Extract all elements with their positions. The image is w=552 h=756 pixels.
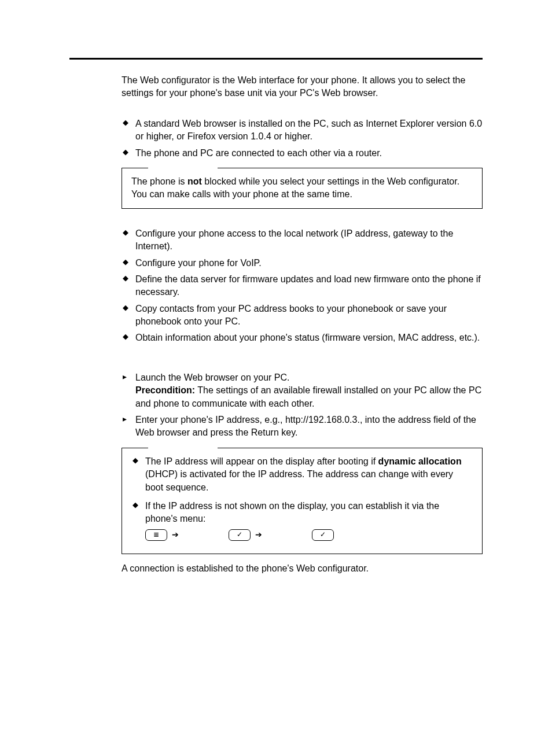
list-item: Configure your phone for VoIP. xyxy=(122,257,483,270)
menu-key-icon: ≣ xyxy=(145,529,167,541)
prerequisites-list: A standard Web browser is installed on t… xyxy=(122,117,483,160)
list-item: Obtain information about your phone's st… xyxy=(122,331,483,344)
intro-paragraph: The Web configurator is the Web interfac… xyxy=(122,74,483,100)
arrow-icon: ➔ xyxy=(172,529,179,541)
ok-key-icon: ✓ xyxy=(229,529,251,541)
list-item: Enter your phone's IP address, e.g., htt… xyxy=(122,414,483,440)
note-box: The IP address will appear on the displa… xyxy=(122,448,483,554)
list-item: A standard Web browser is installed on t… xyxy=(122,117,483,143)
list-item: Configure your phone access to the local… xyxy=(122,227,483,253)
list-item: The phone and PC are connected to each o… xyxy=(122,147,483,160)
capabilities-list: Configure your phone access to the local… xyxy=(122,227,483,345)
menu-sequence: ≣ ➔ ✓ ➔ ✓ xyxy=(145,529,473,541)
note-text: The phone is not blocked while you selec… xyxy=(131,175,473,201)
list-item: Define the data server for firmware upda… xyxy=(122,273,483,299)
steps-list: Launch the Web browser on your PC. Preco… xyxy=(122,371,483,440)
list-item: If the IP address is not shown on the di… xyxy=(131,500,473,541)
header-rule xyxy=(69,58,483,60)
closing-paragraph: A connection is established to the phone… xyxy=(122,562,483,575)
list-item: Copy contacts from your PC address books… xyxy=(122,303,483,329)
list-item: Launch the Web browser on your PC. Preco… xyxy=(122,371,483,410)
ok-key-icon: ✓ xyxy=(312,529,334,541)
list-item: The IP address will appear on the displa… xyxy=(131,455,473,494)
note-box: The phone is not blocked while you selec… xyxy=(122,168,483,209)
arrow-icon: ➔ xyxy=(255,529,262,541)
